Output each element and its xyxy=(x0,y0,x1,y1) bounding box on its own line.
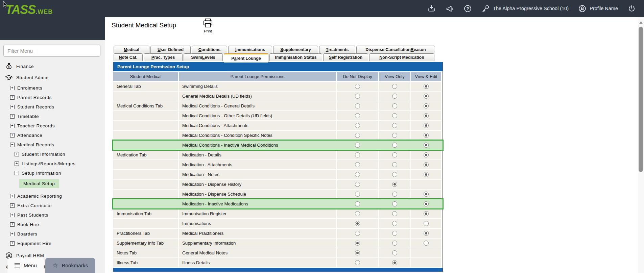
radio-immunisation-register-dnd[interactable] xyxy=(355,211,360,216)
radio-medication-inactive-medications-dnd[interactable] xyxy=(355,201,360,206)
print-button[interactable]: Print xyxy=(198,18,218,33)
radio-medical-conditions-attachments-dnd[interactable] xyxy=(355,123,360,128)
radio-general-medical-details-ud-fields-vo[interactable] xyxy=(392,94,397,99)
sidebar-item-enrolments[interactable]: +Enrolments xyxy=(0,83,105,93)
sidebar-item-timetable[interactable]: +Timetable xyxy=(0,111,105,121)
radio-medication-attachments-ve[interactable] xyxy=(424,162,429,167)
download-icon[interactable] xyxy=(427,4,436,13)
radio-swimming-details-dnd[interactable] xyxy=(355,84,360,89)
expand-toggle-icon[interactable]: + xyxy=(10,222,15,227)
radio-medical-conditions-other-details-ud-fields-vo[interactable] xyxy=(392,113,397,118)
radio-immunisation-register-vo[interactable] xyxy=(392,211,397,216)
radio-medical-conditions-general-details-ve[interactable] xyxy=(424,103,429,108)
radio-medical-conditions-other-details-ud-fields-ve[interactable] xyxy=(424,113,429,118)
sidebar-item-boarders[interactable]: +Boarders xyxy=(0,229,105,239)
sidebar-item-medical-records[interactable]: −Medical Records xyxy=(0,140,105,149)
sidebar-item-student-information[interactable]: +Student Information xyxy=(0,149,105,159)
radio-general-medical-notes-dnd[interactable] xyxy=(355,250,360,255)
radio-immunisations-dnd[interactable] xyxy=(355,221,360,226)
tab-menu[interactable]: Menu xyxy=(7,258,44,273)
radio-medication-dispense-schedule-ve[interactable] xyxy=(424,192,429,197)
expand-toggle-icon[interactable]: + xyxy=(10,213,15,217)
school-selector[interactable]: The Alpha Progressive School (10) xyxy=(481,4,569,13)
radio-medication-inactive-medications-ve[interactable] xyxy=(424,201,429,206)
tab-dispense-cancellation-reason[interactable]: Dispense Cancellation Reason xyxy=(356,46,435,53)
radio-medication-notes-vo[interactable] xyxy=(392,172,397,177)
expand-toggle-icon[interactable]: + xyxy=(10,114,15,119)
scrollbar-thumb[interactable] xyxy=(639,27,643,172)
radio-medication-attachments-dnd[interactable] xyxy=(355,162,360,167)
tab-self-registration[interactable]: Self Registration xyxy=(323,53,368,61)
radio-immunisations-vo[interactable] xyxy=(392,221,397,226)
tab-parent-lounge[interactable]: Parent Lounge xyxy=(224,53,268,63)
help-icon[interactable]: ? xyxy=(463,4,472,13)
collapse-toggle-icon[interactable]: − xyxy=(15,171,19,175)
sidebar-item-equipment-hire[interactable]: +Equipment Hire xyxy=(0,239,105,248)
radio-medical-conditions-condition-specific-notes-vo[interactable] xyxy=(392,133,397,138)
radio-medical-conditions-other-details-ud-fields-dnd[interactable] xyxy=(355,113,360,118)
collapse-toggle-icon[interactable]: − xyxy=(10,143,15,147)
radio-swimming-details-ve[interactable] xyxy=(424,84,429,89)
radio-general-medical-details-ud-fields-dnd[interactable] xyxy=(355,94,360,99)
expand-toggle-icon[interactable]: + xyxy=(10,203,15,208)
expand-toggle-icon[interactable]: + xyxy=(15,152,19,156)
radio-medical-conditions-condition-specific-notes-dnd[interactable] xyxy=(355,133,360,138)
tab-supplementary[interactable]: Supplementary xyxy=(273,46,318,53)
radio-immunisation-register-ve[interactable] xyxy=(424,211,429,216)
tab-user-defined[interactable]: User Defined xyxy=(150,46,191,53)
sidebar-item-extra-curricular[interactable]: +Extra Curricular xyxy=(0,201,105,210)
radio-medical-conditions-inactive-medical-conditions-dnd[interactable] xyxy=(355,143,360,148)
radio-medical-practitioners-vo[interactable] xyxy=(392,231,397,236)
radio-medical-practitioners-ve[interactable] xyxy=(424,231,429,236)
sidebar-item-past-students[interactable]: +Past Students xyxy=(0,210,105,220)
expand-toggle-icon[interactable]: + xyxy=(10,241,15,246)
announcements-icon[interactable] xyxy=(445,4,454,13)
radio-medication-dispense-history-vo[interactable] xyxy=(392,182,397,187)
sidebar-item-student-records[interactable]: +Student Records xyxy=(0,102,105,111)
tab-note-cat[interactable]: Note Cat. xyxy=(114,53,143,61)
sidebar-item-finance[interactable]: $Finance xyxy=(0,61,105,72)
tab-non-script-medication[interactable]: Non-Script Medication xyxy=(369,53,434,61)
expand-toggle-icon[interactable]: + xyxy=(10,232,15,236)
radio-supplementary-information-ve[interactable] xyxy=(424,241,429,246)
expand-toggle-icon[interactable]: + xyxy=(10,133,15,138)
radio-medication-details-vo[interactable] xyxy=(392,152,397,157)
expand-toggle-icon[interactable]: + xyxy=(10,95,15,100)
radio-medical-conditions-inactive-medical-conditions-ve[interactable] xyxy=(424,143,429,148)
expand-toggle-icon[interactable]: + xyxy=(15,162,19,166)
radio-supplementary-information-dnd[interactable] xyxy=(355,241,360,246)
power-icon[interactable] xyxy=(627,4,636,13)
expand-toggle-icon[interactable]: + xyxy=(10,194,15,198)
sidebar-item-setup-information[interactable]: −Setup Information xyxy=(0,168,105,178)
tass-logo[interactable]: TASS.WEB xyxy=(5,3,53,17)
radio-medical-conditions-condition-specific-notes-ve[interactable] xyxy=(424,133,429,138)
sidebar-item-teacher-records[interactable]: +Teacher Records xyxy=(0,121,105,130)
radio-medical-conditions-inactive-medical-conditions-vo[interactable] xyxy=(392,143,397,148)
tab-conditions[interactable]: Conditions xyxy=(192,46,227,53)
radio-medication-dispense-schedule-vo[interactable] xyxy=(392,192,397,197)
sidebar-item-book-hire[interactable]: +Book Hire xyxy=(0,220,105,229)
radio-medical-conditions-general-details-vo[interactable] xyxy=(392,103,397,108)
tab-medical[interactable]: Medical xyxy=(114,46,149,53)
sidebar-item-academic-reporting[interactable]: +Academic Reporting xyxy=(0,191,105,201)
scroll-up-arrow[interactable] xyxy=(639,21,643,24)
radio-medication-dispense-schedule-dnd[interactable] xyxy=(355,192,360,197)
radio-medication-notes-ve[interactable] xyxy=(424,172,429,177)
sidebar-item-student-admin[interactable]: Student Admin xyxy=(0,72,105,83)
sidebar-item-medical-setup[interactable]: Medical Setup xyxy=(0,178,105,189)
sidebar-item-listings-reports-merges[interactable]: +Listings/Reports/Merges xyxy=(0,159,105,168)
radio-medication-details-ve[interactable] xyxy=(424,152,429,157)
tab-immunisation-status[interactable]: Immunisation Status xyxy=(269,53,322,61)
profile-menu[interactable]: Profile Name xyxy=(578,4,618,13)
radio-swimming-details-vo[interactable] xyxy=(392,84,397,89)
radio-immunisations-ve[interactable] xyxy=(424,221,429,226)
tab-bookmarks[interactable]: ☆ Bookmarks xyxy=(45,258,95,273)
tab-prac-types[interactable]: Prac. Types xyxy=(144,53,183,61)
radio-medical-conditions-attachments-vo[interactable] xyxy=(392,123,397,128)
radio-medication-inactive-medications-vo[interactable] xyxy=(392,201,397,206)
radio-medication-attachments-vo[interactable] xyxy=(392,162,397,167)
radio-illness-details-vo[interactable] xyxy=(392,260,397,265)
tab-swim-levels[interactable]: Swim Levels xyxy=(184,53,223,61)
expand-toggle-icon[interactable]: + xyxy=(10,86,15,90)
radio-general-medical-details-ud-fields-ve[interactable] xyxy=(424,94,429,99)
